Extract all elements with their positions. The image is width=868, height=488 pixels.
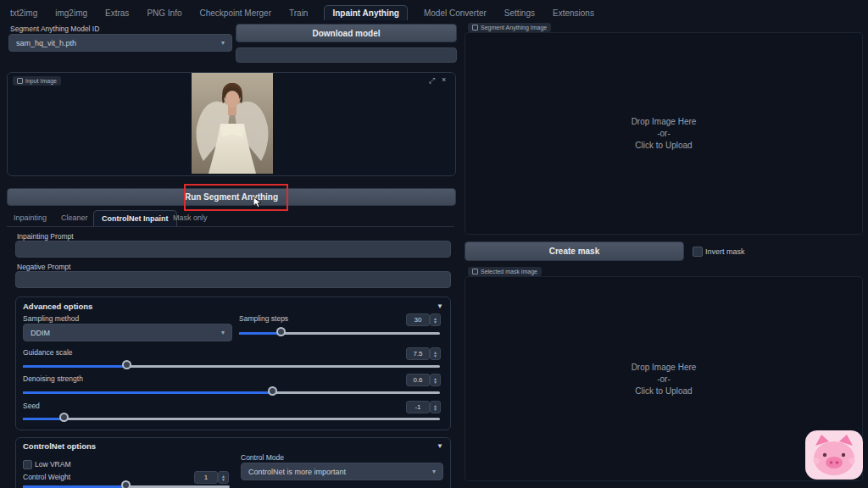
model-id-dropdown[interactable]: sam_hq_vit_h.pth ▾ bbox=[8, 34, 232, 52]
sampling-method-dropdown[interactable]: DDIM ▾ bbox=[23, 324, 232, 341]
tab-extensions[interactable]: Extensions bbox=[551, 6, 596, 20]
chevron-down-icon: ▾ bbox=[221, 39, 225, 47]
sampling-steps-spinner[interactable]: ▲▼ bbox=[430, 313, 441, 326]
subtab-controlnet-inpaint[interactable]: ControlNet Inpaint bbox=[93, 210, 177, 227]
denoising-strength-spinner[interactable]: ▲▼ bbox=[430, 374, 441, 386]
inpaint-anything-app: txt2img img2img Extras PNG Info Checkpoi… bbox=[0, 0, 868, 488]
input-image-panel[interactable]: Input Image ⤢ × bbox=[7, 72, 456, 176]
invert-mask-label: Invert mask bbox=[705, 247, 745, 256]
guidance-scale-number[interactable]: 7.5 bbox=[406, 347, 430, 360]
control-mode-value: ControlNet is more important bbox=[248, 468, 346, 476]
click-to-upload-text: Click to Upload bbox=[635, 141, 692, 150]
input-image-label-chip: Input Image bbox=[13, 76, 61, 86]
guidance-scale-slider[interactable] bbox=[23, 365, 440, 368]
segment-anything-image-dropzone[interactable]: Drop Image Here -or- Click to Upload bbox=[465, 32, 863, 235]
tab-txt2img[interactable]: txt2img bbox=[8, 6, 39, 20]
control-weight-label: Control Weight bbox=[23, 473, 70, 481]
slider-fill bbox=[23, 391, 273, 394]
selected-mask-image-dropzone[interactable]: Drop Image Here -or- Click to Upload bbox=[465, 276, 863, 481]
subtab-mask-only[interactable]: Mask only bbox=[173, 214, 208, 222]
seed-number[interactable]: -1 bbox=[406, 401, 430, 413]
input-image-preview bbox=[192, 73, 273, 174]
guidance-scale-spinner[interactable]: ▲▼ bbox=[430, 347, 441, 360]
accordion-arrow-icon[interactable]: ▼ bbox=[437, 442, 443, 450]
tab-model-converter[interactable]: Model Converter bbox=[422, 6, 488, 20]
sampling-method-label: Sampling method bbox=[23, 314, 79, 323]
seed-spinner[interactable]: ▲▼ bbox=[430, 401, 441, 413]
tab-extras[interactable]: Extras bbox=[103, 6, 131, 20]
slider-handle[interactable] bbox=[268, 386, 277, 396]
or-text: -or- bbox=[657, 129, 670, 138]
or-text: -or- bbox=[657, 374, 670, 384]
slider-handle[interactable] bbox=[122, 360, 131, 369]
fullscreen-icon[interactable]: ⤢ bbox=[429, 76, 435, 86]
seed-slider[interactable] bbox=[23, 418, 440, 420]
subtab-inpainting[interactable]: Inpainting bbox=[14, 214, 47, 222]
tab-checkpoint-merger[interactable]: Checkpoint Merger bbox=[198, 6, 273, 20]
click-to-upload-text: Click to Upload bbox=[635, 386, 692, 396]
slider-fill bbox=[23, 365, 127, 368]
low-vram-checkbox[interactable] bbox=[23, 460, 32, 469]
control-mode-dropdown[interactable]: ControlNet is more important ▾ bbox=[241, 463, 443, 480]
drop-image-text: Drop Image Here bbox=[632, 117, 697, 126]
slider-handle[interactable] bbox=[276, 327, 286, 336]
tab-train[interactable]: Train bbox=[287, 6, 309, 20]
slider-handle[interactable] bbox=[121, 480, 131, 488]
guidance-scale-label: Guidance scale bbox=[23, 348, 73, 357]
close-icon[interactable]: × bbox=[442, 75, 446, 84]
tab-png-info[interactable]: PNG Info bbox=[145, 6, 183, 20]
chevron-down-icon: ▾ bbox=[432, 468, 436, 475]
subtab-cleaner[interactable]: Cleaner bbox=[61, 214, 88, 222]
advanced-options-title[interactable]: Advanced options bbox=[23, 302, 92, 311]
selected-mask-image-label-chip: Selected mask image bbox=[468, 267, 542, 276]
inpainting-prompt-label: Inpainting Prompt bbox=[17, 232, 74, 241]
advanced-options-panel: Advanced options ▼ Sampling method DDIM … bbox=[15, 297, 451, 430]
slider-handle[interactable] bbox=[59, 413, 69, 422]
tab-settings[interactable]: Settings bbox=[503, 6, 537, 20]
low-vram-label: Low VRAM bbox=[35, 460, 71, 469]
denoising-strength-number[interactable]: 0.6 bbox=[406, 374, 430, 386]
inpainting-prompt-input[interactable] bbox=[15, 241, 451, 258]
sampling-steps-slider[interactable] bbox=[239, 332, 440, 335]
slider-fill bbox=[239, 332, 281, 335]
control-weight-number[interactable]: 1 bbox=[194, 471, 218, 484]
sampling-method-value: DDIM bbox=[31, 329, 50, 337]
slider-fill bbox=[23, 418, 64, 420]
sampling-steps-label: Sampling steps bbox=[239, 314, 288, 323]
tab-img2img[interactable]: img2img bbox=[53, 6, 89, 20]
denoising-strength-label: Denoising strength bbox=[23, 374, 83, 383]
tab-inpaint-anything[interactable]: Inpaint Anything bbox=[324, 5, 408, 20]
denoising-strength-slider[interactable] bbox=[23, 391, 440, 394]
accordion-arrow-icon[interactable]: ▼ bbox=[437, 302, 443, 310]
negative-prompt-label: Negative Prompt bbox=[17, 263, 70, 271]
drop-image-text: Drop Image Here bbox=[632, 363, 697, 372]
invert-mask-checkbox[interactable] bbox=[693, 247, 703, 257]
controlnet-options-panel: ControlNet options ▼ Low VRAM Control We… bbox=[15, 437, 451, 488]
mouse-cursor bbox=[253, 197, 263, 208]
model-id-label: Segment Anything Model ID bbox=[10, 25, 99, 33]
pig-logo bbox=[805, 430, 863, 480]
top-tabbar: txt2img img2img Extras PNG Info Checkpoi… bbox=[8, 2, 596, 20]
seed-label: Seed bbox=[23, 402, 40, 410]
model-id-value: sam_hq_vit_h.pth bbox=[16, 39, 76, 47]
controlnet-options-title[interactable]: ControlNet options bbox=[23, 441, 96, 451]
segment-anything-image-label-chip: Segment Anything Image bbox=[468, 23, 551, 32]
run-segment-anything-button[interactable]: Run Segment Anything bbox=[7, 188, 456, 206]
create-mask-button[interactable]: Create mask bbox=[465, 241, 684, 261]
image-icon bbox=[472, 25, 478, 30]
negative-prompt-input[interactable] bbox=[15, 271, 451, 288]
chevron-down-icon: ▾ bbox=[221, 329, 225, 336]
download-status-field[interactable] bbox=[236, 47, 457, 63]
image-icon bbox=[472, 269, 478, 274]
control-mode-label: Control Mode bbox=[241, 453, 284, 462]
download-model-button[interactable]: Download model bbox=[236, 24, 457, 42]
sampling-steps-number[interactable]: 30 bbox=[406, 313, 430, 326]
subtab-divider bbox=[7, 226, 454, 227]
image-icon bbox=[17, 78, 23, 84]
control-weight-spinner[interactable]: ▲▼ bbox=[218, 471, 229, 484]
